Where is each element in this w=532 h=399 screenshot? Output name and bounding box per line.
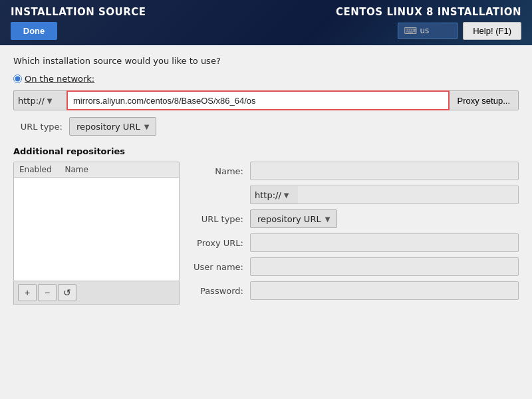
keyboard-icon: ⌨ [404, 25, 417, 36]
remove-repo-button[interactable]: − [38, 284, 57, 301]
url-type-label: URL type: [16, 122, 63, 132]
refresh-repo-button[interactable]: ↺ [58, 284, 76, 301]
help-button[interactable]: Help! (F1) [463, 22, 521, 40]
form-url-input[interactable] [298, 186, 519, 204]
os-title: CENTOS LINUX 8 INSTALLATION [336, 6, 521, 18]
form-password-input[interactable] [250, 281, 519, 300]
repos-table: Enabled Name [13, 162, 180, 281]
section-question: Which installation source would you like… [13, 56, 519, 66]
keyboard-row: ⌨ us Help! (F1) [398, 22, 521, 40]
form-proxy-url-row: Proxy URL: [190, 233, 519, 252]
network-option-text: On the network: [25, 74, 94, 84]
form-protocol-chevron-icon: ▼ [284, 192, 289, 199]
repos-table-body[interactable] [14, 178, 179, 276]
form-password-row: Password: [190, 281, 519, 300]
form-name-input[interactable] [250, 162, 519, 180]
form-user-name-row: User name: [190, 257, 519, 276]
repos-toolbar: + − ↺ [13, 281, 180, 305]
url-type-value: repository URL [76, 122, 140, 132]
form-name-row: Name: [190, 162, 519, 180]
form-url-type-chevron-icon: ▼ [325, 215, 331, 223]
form-proxy-url-input[interactable] [250, 233, 519, 252]
repos-layout: Enabled Name + − ↺ Name: http [13, 162, 519, 305]
url-type-row: URL type: repository URL ▼ [16, 117, 519, 136]
header-left: INSTALLATION SOURCE Done [11, 6, 146, 40]
protocol-chevron-icon: ▼ [47, 97, 53, 104]
keyboard-indicator[interactable]: ⌨ us [398, 23, 458, 39]
header-right: CENTOS LINUX 8 INSTALLATION ⌨ us Help! (… [336, 6, 521, 40]
repos-list-section: Enabled Name + − ↺ [13, 162, 180, 305]
form-password-label: Password: [190, 286, 250, 296]
url-type-chevron-icon: ▼ [144, 123, 150, 130]
done-button[interactable]: Done [11, 22, 57, 40]
form-url-type-label: URL type: [190, 214, 250, 224]
form-user-name-input[interactable] [250, 257, 519, 276]
form-protocol-select[interactable]: http:// ▼ [250, 186, 298, 204]
col-name: Name [65, 165, 88, 174]
additional-repos-title: Additional repositories [13, 146, 519, 156]
main-content: Which installation source would you like… [0, 45, 532, 399]
network-radio-row: On the network: [13, 74, 519, 84]
form-url-type-select[interactable]: repository URL ▼ [250, 209, 337, 228]
network-radio-label[interactable]: On the network: [13, 74, 94, 84]
proxy-setup-button[interactable]: Proxy setup... [450, 90, 519, 110]
form-name-label: Name: [190, 166, 250, 176]
keyboard-label: us [420, 26, 429, 35]
url-type-select[interactable]: repository URL ▼ [69, 117, 156, 136]
form-url-type-value: repository URL [257, 214, 321, 224]
add-repo-button[interactable]: + [18, 284, 37, 301]
form-user-name-label: User name: [190, 262, 250, 272]
repos-form-section: Name: http:// ▼ URL type: repository URL… [190, 162, 519, 305]
protocol-select[interactable]: http:// ▼ [13, 90, 66, 110]
form-protocol-value: http:// [255, 190, 281, 200]
form-proxy-url-label: Proxy URL: [190, 238, 250, 248]
network-radio[interactable] [13, 74, 22, 83]
url-text-input[interactable] [66, 90, 450, 110]
repos-table-header: Enabled Name [14, 162, 179, 178]
form-url-type-row: URL type: repository URL ▼ [190, 209, 519, 228]
url-input-row: http:// ▼ Proxy setup... [13, 90, 519, 110]
form-url-row: http:// ▼ [190, 186, 519, 204]
header: INSTALLATION SOURCE Done CENTOS LINUX 8 … [0, 0, 532, 45]
page-title: INSTALLATION SOURCE [11, 6, 146, 18]
col-enabled: Enabled [19, 165, 52, 174]
protocol-value: http:// [18, 96, 45, 106]
